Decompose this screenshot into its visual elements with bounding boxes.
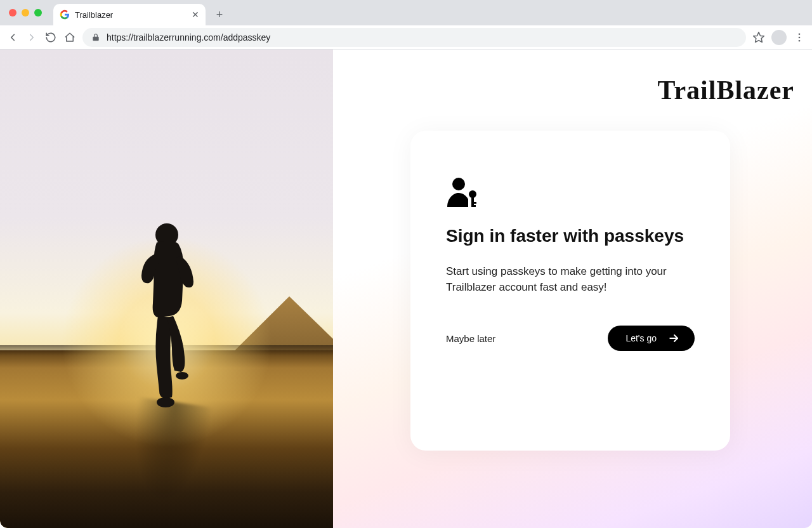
hero-image: [0, 50, 333, 528]
url-text: https://trailblazerrunning.com/addpasske…: [107, 32, 270, 43]
passkey-card: Sign in faster with passkeys Start using…: [410, 131, 730, 451]
svg-marker-0: [754, 32, 764, 42]
forward-button[interactable]: [25, 31, 38, 44]
browser-toolbar: https://trailblazerrunning.com/addpasske…: [0, 25, 812, 50]
reload-button[interactable]: [44, 31, 57, 44]
bookmark-star-icon[interactable]: [752, 31, 765, 44]
profile-avatar[interactable]: [771, 30, 787, 45]
tab-close-icon[interactable]: ✕: [192, 10, 199, 20]
window-close-icon[interactable]: [9, 9, 16, 16]
window-maximize-icon[interactable]: [34, 9, 42, 16]
svg-point-3: [799, 39, 801, 41]
lock-icon: [91, 33, 100, 42]
maybe-later-link[interactable]: Maybe later: [446, 333, 495, 344]
card-heading: Sign in faster with passkeys: [446, 226, 695, 246]
browser-menu-icon[interactable]: [793, 31, 806, 44]
lets-go-button[interactable]: Let's go: [608, 326, 695, 351]
window-minimize-icon[interactable]: [22, 9, 29, 16]
browser-chrome: Trailblazer ✕ + https://trailblazerrunni…: [0, 0, 812, 50]
home-button[interactable]: [63, 31, 76, 44]
arrow-right-icon: [668, 332, 681, 345]
browser-tab[interactable]: Trailblazer ✕: [53, 4, 206, 25]
svg-point-8: [469, 190, 476, 198]
address-bar[interactable]: https://trailblazerrunning.com/addpasske…: [82, 28, 746, 47]
right-pane: TrailBlazer Sign in faster with passkeys…: [333, 50, 812, 528]
card-actions: Maybe later Let's go: [446, 326, 695, 351]
page-content: TrailBlazer Sign in faster with passkeys…: [0, 50, 812, 528]
runner-silhouette-icon: [122, 221, 211, 411]
svg-rect-10: [471, 202, 476, 204]
svg-point-6: [176, 372, 188, 380]
brand-logo: TrailBlazer: [658, 75, 794, 105]
new-tab-button[interactable]: +: [211, 6, 228, 23]
svg-rect-11: [471, 205, 476, 207]
back-button[interactable]: [6, 31, 19, 44]
tab-strip: Trailblazer ✕ +: [0, 0, 812, 25]
svg-point-7: [452, 178, 465, 190]
person-key-icon: [446, 176, 695, 208]
card-body: Start using passkeys to make getting int…: [446, 264, 687, 295]
svg-point-1: [799, 33, 801, 35]
window-controls[interactable]: [9, 9, 42, 16]
tab-favicon-icon: [60, 10, 70, 20]
tab-title: Trailblazer: [75, 10, 187, 20]
svg-point-2: [799, 36, 801, 38]
cta-label: Let's go: [625, 333, 657, 343]
svg-point-5: [157, 397, 174, 407]
